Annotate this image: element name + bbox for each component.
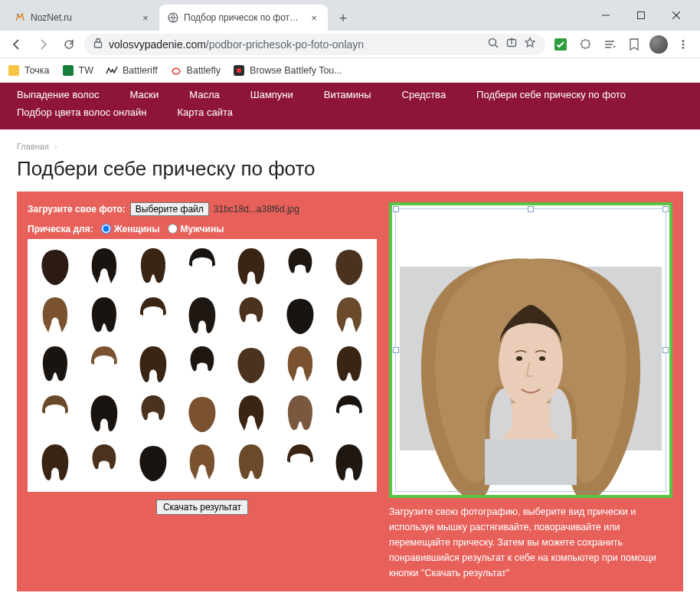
close-icon[interactable]: × (308, 11, 320, 24)
hairstyle-option[interactable] (228, 244, 274, 288)
resize-handle[interactable] (528, 206, 534, 212)
address-field[interactable]: volosvypadenie.com/podbor-prichesok-po-f… (84, 34, 545, 55)
ext-bookmark-icon[interactable] (623, 34, 645, 55)
nav-link[interactable]: Выпадение волос (17, 86, 100, 103)
hairstyle-option[interactable] (32, 440, 78, 484)
resize-handle[interactable] (393, 206, 399, 212)
tab-title: NozNet.ru (31, 12, 135, 23)
close-window-button[interactable] (659, 0, 694, 31)
bookmark-item[interactable]: Battleriff (106, 64, 158, 77)
hairstyle-option[interactable] (228, 293, 274, 337)
hairstyle-option[interactable] (81, 244, 127, 288)
hairstyle-option[interactable] (326, 342, 372, 386)
bookmark-favicon (62, 64, 74, 77)
reload-button[interactable] (58, 34, 80, 55)
profile-avatar[interactable] (648, 34, 669, 55)
hairstyle-option[interactable] (277, 293, 323, 337)
nav-link[interactable]: Масла (189, 86, 220, 103)
hairstyle-grid[interactable] (28, 239, 377, 492)
share-icon[interactable] (505, 37, 518, 51)
radio-women-label: Женщины (114, 224, 160, 234)
hairstyle-option[interactable] (130, 244, 176, 288)
hairstyle-option[interactable] (32, 342, 78, 386)
hairstyle-option[interactable] (81, 342, 127, 386)
minimize-button[interactable] (588, 0, 623, 31)
menu-icon[interactable] (672, 34, 694, 55)
upload-row: Загрузите свое фото: Выберите файл 31bс1… (28, 202, 377, 216)
hairstyle-option[interactable] (130, 342, 176, 386)
hairstyle-option[interactable] (326, 391, 372, 435)
hairstyle-option[interactable] (130, 391, 176, 435)
hairstyle-option[interactable] (326, 489, 372, 492)
forward-button[interactable] (32, 34, 54, 55)
close-icon[interactable]: × (139, 11, 152, 24)
radio-men[interactable] (168, 224, 178, 234)
hairstyle-option[interactable] (130, 293, 176, 337)
star-icon[interactable] (524, 37, 536, 51)
site-nav: Выпадение волос Маски Масла Шампуни Вита… (0, 83, 700, 129)
hairstyle-option[interactable] (228, 489, 274, 492)
hairstyle-option[interactable] (228, 440, 274, 484)
hairstyle-option[interactable] (179, 342, 225, 386)
hairstyle-option[interactable] (179, 440, 225, 484)
download-button[interactable]: Скачать результат (156, 500, 248, 515)
nav-link[interactable]: Маски (130, 86, 159, 103)
ext-check-icon[interactable] (550, 34, 571, 55)
nav-link[interactable]: Подбор цвета волос онлайн (17, 103, 147, 121)
hairstyle-option[interactable] (179, 244, 225, 288)
back-button[interactable] (6, 34, 28, 55)
instructions-text: Загрузите свою фотографию, выберите вид … (389, 504, 672, 581)
hairstyle-option[interactable] (81, 440, 127, 484)
bookmark-item[interactable]: Browse Battlefy Tou... (233, 64, 342, 77)
resize-handle[interactable] (662, 347, 669, 353)
hairstyle-option[interactable] (81, 489, 127, 492)
hairstyle-option[interactable] (277, 342, 323, 386)
address-bar: volosvypadenie.com/podbor-prichesok-po-f… (0, 31, 700, 58)
nav-link[interactable]: Карта сайта (178, 103, 233, 121)
hairstyle-option[interactable] (32, 489, 78, 492)
hairstyle-option[interactable] (179, 293, 225, 337)
bookmark-item[interactable]: Точка (8, 64, 50, 77)
transform-box[interactable] (395, 208, 666, 492)
maximize-button[interactable] (623, 0, 659, 31)
hairstyle-option[interactable] (130, 440, 176, 484)
hairstyle-option[interactable] (32, 244, 78, 288)
ext-list-icon[interactable] (599, 34, 620, 55)
hairstyle-option[interactable] (228, 391, 274, 435)
hairstyle-option[interactable] (179, 489, 225, 492)
resize-handle[interactable] (393, 347, 399, 353)
bookmark-item[interactable]: TW (62, 64, 93, 77)
hairstyle-option[interactable] (277, 391, 323, 435)
hairstyle-option[interactable] (277, 440, 323, 484)
browser-titlebar: NozNet.ru × Подбор причесок по фото онла… (0, 0, 700, 31)
hairstyle-option[interactable] (326, 293, 372, 337)
nav-link[interactable]: Подбери себе прическу по фото (476, 86, 626, 103)
tab-title: Подбор причесок по фото онла (184, 12, 303, 23)
radio-women[interactable] (101, 224, 111, 234)
hairstyle-option[interactable] (130, 489, 176, 492)
hairstyle-option[interactable] (179, 391, 225, 435)
nav-link[interactable]: Шампуни (250, 86, 293, 103)
hairstyle-option[interactable] (32, 293, 78, 337)
hairstyle-option[interactable] (32, 391, 78, 435)
hairstyle-option[interactable] (228, 342, 274, 386)
hairstyle-option[interactable] (326, 440, 372, 484)
hairstyle-option[interactable] (277, 244, 323, 288)
ext-puzzle-icon[interactable] (574, 34, 596, 55)
new-tab-button[interactable]: + (332, 8, 354, 29)
hairstyle-option[interactable] (81, 293, 127, 337)
hairstyle-option[interactable] (326, 244, 372, 288)
choose-file-button[interactable]: Выберите файл (130, 202, 209, 216)
tab-inactive[interactable]: NozNet.ru × (6, 5, 159, 31)
hairstyle-option[interactable] (277, 489, 323, 492)
bookmark-item[interactable]: Battlefly (170, 64, 221, 77)
breadcrumb-home[interactable]: Главная (17, 142, 49, 151)
tab-active[interactable]: Подбор причесок по фото онла × (159, 5, 328, 31)
hairstyle-option[interactable] (81, 391, 127, 435)
svg-point-12 (682, 43, 685, 45)
search-icon[interactable] (487, 37, 499, 51)
nav-link[interactable]: Средства (402, 86, 446, 103)
resize-handle[interactable] (662, 206, 669, 212)
nav-link[interactable]: Витамины (324, 86, 371, 103)
preview-canvas[interactable] (389, 202, 672, 498)
